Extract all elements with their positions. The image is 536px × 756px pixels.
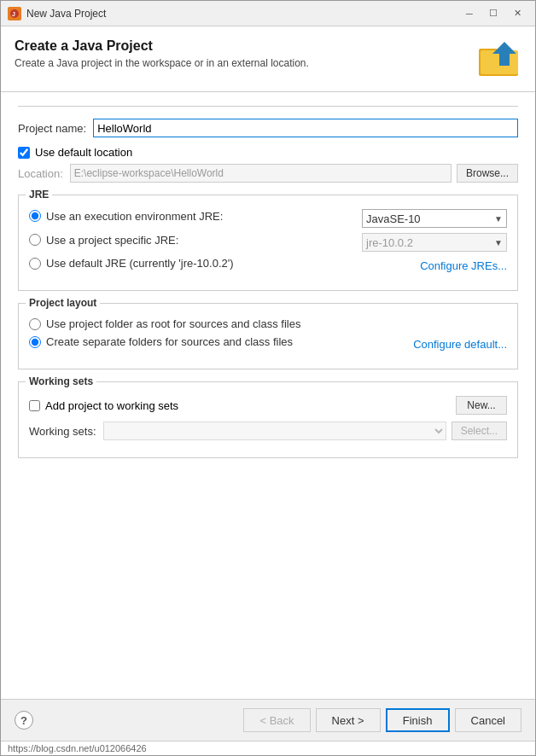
jre-specific-label: Use a project specific JRE: — [46, 234, 362, 247]
jre-radio-1: Use an execution environment JRE: — [29, 210, 362, 223]
jre-section-content: Use an execution environment JRE: JavaSE… — [29, 209, 507, 275]
header-icon — [477, 38, 521, 79]
configure-jres-link[interactable]: Configure JREs... — [420, 259, 507, 272]
layout-separate-radio[interactable] — [29, 336, 41, 348]
help-button[interactable]: ? — [15, 711, 33, 730]
jre-execution-dropdown-arrow: ▼ — [494, 214, 503, 224]
svg-text:J: J — [12, 11, 15, 17]
finish-button[interactable]: Finish — [386, 708, 450, 732]
location-label: Location: — [18, 167, 63, 180]
working-sets-content: Add project to working sets New... Worki… — [29, 396, 507, 440]
layout-option-2-row: Create separate folders for sources and … — [29, 335, 507, 353]
project-name-label: Project name: — [18, 122, 86, 135]
jre-execution-radio[interactable] — [29, 210, 41, 222]
status-bar: https://blog.csdn.net/u012066426 — [1, 741, 535, 755]
url-text: https://blog.csdn.net/u012066426 — [8, 743, 147, 753]
top-separator — [18, 106, 518, 107]
location-row: Location: Browse... — [18, 164, 518, 183]
jre-option-3-row: Use default JRE (currently 'jre-10.0.2')… — [29, 257, 507, 275]
next-button[interactable]: Next > — [316, 708, 381, 732]
dialog-description: Create a Java project in the workspace o… — [15, 57, 309, 69]
title-bar: J New Java Project ─ ☐ ✕ — [1, 1, 535, 26]
layout-root-label: Use project folder as root for sources a… — [46, 317, 507, 330]
new-working-set-button[interactable]: New... — [456, 396, 507, 415]
working-sets-dropdown-row: Working sets: Select... — [29, 422, 507, 440]
jre-specific-dropdown-value: jre-10.0.2 — [366, 236, 413, 249]
jre-section-title: JRE — [26, 189, 52, 201]
add-working-sets-label[interactable]: Add project to working sets — [45, 399, 451, 412]
window-title: New Java Project — [26, 8, 458, 20]
dialog-footer: ? < Back Next > Finish Cancel — [1, 699, 535, 741]
jre-default-radio[interactable] — [29, 258, 41, 270]
dialog-header: Create a Java Project Create a Java proj… — [1, 26, 535, 92]
use-default-checkbox[interactable] — [18, 147, 30, 159]
default-location-row: Use default location — [18, 146, 518, 159]
add-working-sets-checkbox[interactable] — [29, 400, 40, 411]
jre-default-label: Use default JRE (currently 'jre-10.0.2') — [46, 257, 420, 270]
cancel-button[interactable]: Cancel — [455, 708, 521, 732]
use-default-label[interactable]: Use default location — [35, 146, 132, 159]
layout-section: Project layout Use project folder as roo… — [18, 303, 518, 369]
back-button[interactable]: < Back — [243, 708, 310, 732]
jre-specific-dropdown: jre-10.0.2 ▼ — [362, 233, 507, 252]
browse-button[interactable]: Browse... — [457, 164, 518, 183]
working-sets-select — [103, 422, 446, 440]
dialog-title: Create a Java Project — [15, 38, 309, 54]
working-sets-title: Working sets — [26, 375, 96, 387]
jre-radio-2: Use a project specific JRE: — [29, 234, 362, 247]
jre-option-2-row: Use a project specific JRE: jre-10.0.2 ▼ — [29, 233, 507, 252]
working-sets-section: Working sets Add project to working sets… — [18, 381, 518, 458]
minimize-button[interactable]: ─ — [458, 5, 481, 22]
window-icon: J — [8, 7, 21, 20]
project-name-input[interactable] — [93, 119, 518, 137]
working-sets-label: Working sets: — [29, 425, 96, 438]
layout-option-1-row: Use project folder as root for sources a… — [29, 317, 507, 330]
jre-radio-3: Use default JRE (currently 'jre-10.0.2') — [29, 257, 420, 270]
jre-execution-dropdown-value: JavaSE-10 — [366, 212, 421, 225]
jre-execution-label: Use an execution environment JRE: — [46, 210, 362, 223]
configure-default-link[interactable]: Configure default... — [413, 338, 507, 351]
add-working-sets-row: Add project to working sets New... — [29, 396, 507, 415]
layout-radio-2: Create separate folders for sources and … — [29, 335, 413, 348]
jre-section: JRE Use an execution environment JRE: Ja… — [18, 195, 518, 291]
jre-specific-dropdown-arrow: ▼ — [494, 238, 503, 247]
layout-separate-label: Create separate folders for sources and … — [46, 335, 413, 348]
jre-specific-radio[interactable] — [29, 234, 41, 246]
select-working-set-button: Select... — [452, 422, 507, 440]
header-text: Create a Java Project Create a Java proj… — [15, 38, 309, 69]
jre-option-1-row: Use an execution environment JRE: JavaSE… — [29, 209, 507, 228]
project-name-row: Project name: — [18, 119, 518, 137]
window-controls: ─ ☐ ✕ — [458, 5, 528, 22]
jre-execution-dropdown[interactable]: JavaSE-10 ▼ — [362, 209, 507, 228]
footer-button-group: < Back Next > Finish Cancel — [243, 708, 521, 732]
layout-section-content: Use project folder as root for sources a… — [29, 317, 507, 353]
layout-section-title: Project layout — [26, 297, 100, 309]
maximize-button[interactable]: ☐ — [482, 5, 504, 22]
dialog-content: Project name: Use default location Locat… — [1, 92, 535, 699]
close-button[interactable]: ✕ — [506, 5, 528, 22]
layout-root-radio[interactable] — [29, 318, 41, 330]
main-window: J New Java Project ─ ☐ ✕ Create a Java P… — [0, 0, 536, 756]
location-input — [70, 164, 452, 183]
